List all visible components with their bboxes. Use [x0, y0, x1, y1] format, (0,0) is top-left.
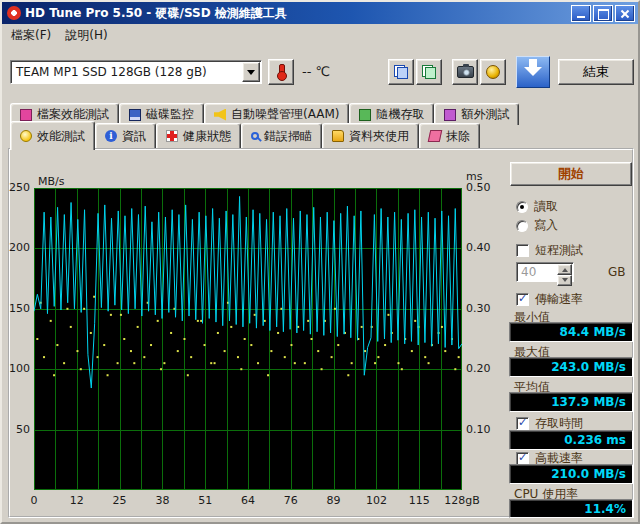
size-spinner	[557, 264, 572, 280]
gb-label: GB	[608, 265, 626, 279]
close-button[interactable]	[615, 5, 635, 22]
spinner-down-button[interactable]	[557, 275, 572, 286]
x-tick: 51	[198, 494, 212, 507]
x-tick: 76	[284, 494, 298, 507]
short-test-size-value: 40	[517, 263, 556, 281]
tab-label: 磁碟監控	[146, 106, 194, 123]
tab-disk-monitor[interactable]: 磁碟監控	[119, 103, 204, 125]
folder-icon	[332, 130, 344, 142]
drive-select[interactable]: TEAM MP1 SSD 128GB (128 gB)	[10, 60, 262, 84]
title-bar[interactable]: HD Tune Pro 5.50 - 硬碟/SSD 檢測維護工具	[2, 2, 638, 24]
tab-info[interactable]: 資訊	[95, 123, 156, 148]
menu-help[interactable]: 說明(H)	[58, 25, 114, 46]
window-title: HD Tune Pro 5.50 - 硬碟/SSD 檢測維護工具	[25, 5, 571, 22]
short-test-label: 短程測試	[535, 242, 583, 259]
bulb-icon	[20, 130, 32, 142]
y-left-tick: 250	[9, 181, 30, 194]
drive-select-dropdown-button[interactable]	[242, 62, 260, 82]
temperature-button[interactable]	[268, 59, 294, 85]
y-right-tick: 0.40	[466, 241, 491, 254]
toolbar: TEAM MP1 SSD 128GB (128 gB) -- ℃ 結束	[2, 46, 638, 100]
write-radio[interactable]: 寫入	[516, 217, 558, 234]
y-axis-left-unit: MB/s	[38, 175, 64, 188]
y-right-tick: 0.20	[466, 362, 491, 375]
tab-aam[interactable]: 自動噪聲管理(AAM)	[204, 103, 349, 125]
x-tick: 89	[327, 494, 341, 507]
benchmark-panel: MB/s ms 25020015010050 0.500.400.300.200…	[8, 148, 634, 518]
thermometer-icon	[277, 64, 285, 81]
minimize-button[interactable]	[571, 5, 591, 22]
disk-monitor-icon	[129, 109, 141, 121]
copy-text-button[interactable]	[416, 59, 442, 85]
y-right-tick: 0.30	[466, 302, 491, 315]
chevron-up-icon	[562, 265, 568, 272]
tab-health[interactable]: 健康狀態	[156, 123, 241, 148]
short-test-size-row: 40 GB	[516, 262, 626, 282]
magnifier-icon	[251, 132, 259, 140]
tab-extra-tests[interactable]: 額外測試	[434, 103, 519, 125]
tab-row-lower: 效能測試 資訊 健康狀態 錯誤掃瞄 資料夾使用 抹除	[10, 123, 480, 148]
checkbox-indicator	[516, 244, 529, 257]
avg-value: 137.9 MB/s	[509, 392, 633, 412]
y-right-tick: 0.50	[466, 181, 491, 194]
x-tick: 0	[31, 494, 38, 507]
camera-icon	[457, 66, 474, 78]
min-value: 84.4 MB/s	[509, 322, 633, 342]
y-left-tick: 150	[9, 302, 30, 315]
tab-error-scan[interactable]: 錯誤掃瞄	[241, 123, 322, 148]
x-tick: 64	[241, 494, 255, 507]
tab-random-access[interactable]: 隨機存取	[349, 103, 434, 125]
radio-indicator	[516, 201, 528, 213]
temperature-readout: -- ℃	[302, 64, 330, 79]
y-axis-right-ticks: 0.500.400.300.200.10	[466, 188, 506, 490]
copy-text-icon	[422, 65, 436, 79]
window-controls	[571, 5, 635, 22]
read-radio[interactable]: 讀取	[516, 198, 558, 215]
temperature-unit: ℃	[316, 64, 331, 79]
x-tick: 12	[70, 494, 84, 507]
x-tick: 102	[366, 494, 387, 507]
cpu-usage-value: 11.4%	[509, 499, 633, 518]
transfer-rate-label: 傳輸速率	[535, 291, 583, 308]
maximize-button[interactable]	[593, 5, 613, 22]
health-cross-icon	[166, 130, 178, 142]
tab-label: 效能測試	[37, 128, 85, 145]
random-access-icon	[359, 109, 371, 121]
y-right-tick: 0.10	[466, 423, 491, 436]
chevron-down-icon	[562, 278, 568, 285]
chevron-down-icon	[247, 70, 255, 79]
tab-benchmark[interactable]: 效能測試	[10, 121, 95, 150]
menu-file[interactable]: 檔案(F)	[4, 25, 58, 46]
max-value: 243.0 MB/s	[509, 357, 633, 377]
menu-bar: 檔案(F) 說明(H)	[4, 26, 636, 45]
read-label: 讀取	[534, 198, 558, 215]
temperature-value: --	[302, 64, 311, 79]
short-test-checkbox[interactable]: 短程測試	[516, 242, 583, 259]
checkbox-indicator	[516, 293, 529, 306]
app-icon	[7, 6, 21, 20]
short-test-size-input[interactable]: 40	[516, 262, 574, 282]
x-tick: 25	[113, 494, 127, 507]
start-button[interactable]: 開始	[510, 162, 632, 186]
drive-select-value: TEAM MP1 SSD 128GB (128 gB)	[11, 61, 241, 83]
tab-folder-usage[interactable]: 資料夾使用	[322, 123, 419, 148]
checkbox-indicator	[516, 417, 529, 430]
save-button[interactable]	[480, 59, 506, 85]
x-axis-ticks: 012253851647689102115128gB	[34, 494, 462, 508]
screenshot-button[interactable]	[452, 59, 478, 85]
y-left-tick: 200	[9, 241, 30, 254]
exit-button[interactable]: 結束	[558, 59, 634, 85]
tab-erase[interactable]: 抹除	[419, 123, 480, 148]
file-benchmark-icon	[20, 109, 32, 121]
benchmark-chart	[34, 188, 462, 490]
radio-indicator	[516, 220, 528, 232]
update-button[interactable]	[516, 56, 550, 88]
tab-label: 額外測試	[461, 106, 509, 123]
access-time-value: 0.236 ms	[509, 430, 633, 450]
write-label: 寫入	[534, 217, 558, 234]
transfer-rate-checkbox[interactable]: 傳輸速率	[516, 291, 583, 308]
y-left-tick: 100	[9, 362, 30, 375]
copy-image-button[interactable]	[388, 59, 414, 85]
spinner-up-button[interactable]	[557, 264, 572, 275]
app-window: HD Tune Pro 5.50 - 硬碟/SSD 檢測維護工具 檔案(F) 說…	[0, 0, 640, 524]
